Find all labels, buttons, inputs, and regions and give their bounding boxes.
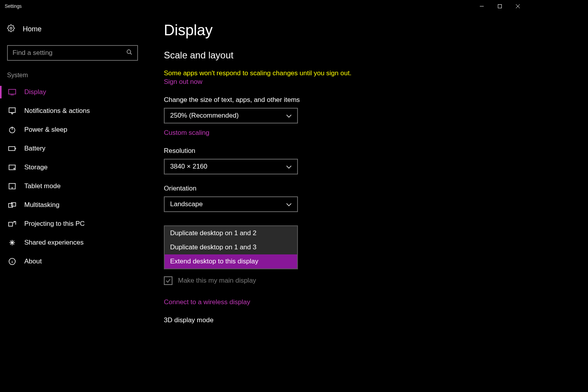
dropdown-option[interactable]: Duplicate desktop on 1 and 2 — [165, 226, 297, 240]
content-pane: Display Scale and layout Some apps won't… — [145, 13, 527, 351]
about-icon — [8, 258, 16, 265]
sidebar-item-tablet[interactable]: Tablet mode — [0, 177, 145, 196]
home-button[interactable]: Home — [0, 22, 145, 41]
section-scale-layout: Scale and layout — [164, 50, 511, 61]
custom-scaling-link[interactable]: Custom scaling — [164, 129, 209, 137]
scale-label: Change the size of text, apps, and other… — [164, 96, 511, 104]
main-display-label: Make this my main display — [178, 277, 256, 285]
search-icon — [126, 49, 132, 57]
svg-rect-18 — [9, 203, 13, 207]
display-icon — [8, 89, 16, 95]
close-button[interactable] — [509, 0, 527, 13]
sidebar-item-label: Notifications & actions — [24, 107, 90, 115]
battery-icon — [8, 146, 16, 151]
svg-point-15 — [14, 168, 15, 169]
chevron-down-icon — [286, 200, 292, 208]
svg-rect-12 — [9, 147, 15, 151]
sidebar-item-projecting[interactable]: Projecting to this PC — [0, 214, 145, 233]
scale-dropdown[interactable]: 250% (Recommended) — [164, 108, 298, 123]
orientation-value: Landscape — [170, 200, 203, 208]
svg-rect-1 — [498, 5, 502, 8]
sidebar-item-about[interactable]: About — [0, 252, 145, 271]
scale-value: 250% (Recommended) — [170, 112, 239, 120]
page-title: Display — [164, 22, 511, 39]
notifications-icon — [8, 107, 16, 114]
main-display-checkbox — [164, 276, 172, 285]
sidebar-item-label: About — [24, 258, 42, 265]
window-controls — [473, 0, 527, 13]
search-placeholder: Find a setting — [13, 49, 53, 57]
svg-rect-20 — [9, 222, 13, 226]
resolution-dropdown[interactable]: 3840 × 2160 — [164, 159, 298, 174]
storage-icon — [8, 165, 16, 170]
power-icon — [8, 126, 16, 133]
sidebar-item-multitasking[interactable]: Multitasking — [0, 196, 145, 214]
sidebar-item-label: Projecting to this PC — [24, 220, 85, 228]
wireless-display-link[interactable]: Connect to a wireless display — [164, 298, 250, 306]
sidebar-item-label: Power & sleep — [24, 126, 67, 134]
svg-point-17 — [12, 187, 13, 188]
svg-point-4 — [10, 27, 12, 29]
sidebar-item-display[interactable]: Display — [0, 83, 145, 102]
category-label: System — [0, 72, 145, 83]
scaling-warning: Some apps won't respond to scaling chang… — [164, 69, 511, 77]
svg-rect-9 — [9, 108, 15, 113]
multiple-displays-dropdown-open[interactable]: Duplicate desktop on 1 and 2 Duplicate d… — [164, 225, 298, 269]
multitasking-icon — [8, 202, 16, 208]
sidebar-item-storage[interactable]: Storage — [0, 158, 145, 177]
chevron-down-icon — [286, 112, 292, 120]
window-title: Settings — [5, 4, 22, 9]
sidebar-item-label: Multitasking — [24, 201, 60, 209]
svg-point-5 — [127, 50, 131, 53]
dropdown-option-selected[interactable]: Extend desktop to this display — [165, 254, 297, 269]
resolution-value: 3840 × 2160 — [170, 163, 207, 171]
home-label: Home — [23, 25, 42, 33]
gear-icon — [7, 24, 15, 34]
sidebar: Home Find a setting System Display Notif… — [0, 13, 145, 351]
minimize-button[interactable] — [473, 0, 491, 13]
sidebar-item-label: Tablet mode — [24, 182, 61, 190]
main-display-checkbox-row: Make this my main display — [164, 276, 511, 285]
sidebar-item-power[interactable]: Power & sleep — [0, 120, 145, 139]
svg-line-6 — [130, 53, 132, 54]
shared-icon — [8, 239, 16, 246]
sidebar-item-label: Shared experiences — [24, 239, 83, 247]
sidebar-item-label: Display — [24, 88, 46, 96]
titlebar: Settings — [0, 0, 527, 13]
orientation-dropdown[interactable]: Landscape — [164, 196, 298, 212]
orientation-label: Orientation — [164, 185, 511, 192]
dropdown-option[interactable]: Duplicate desktop on 1 and 3 — [165, 240, 297, 254]
tablet-icon — [8, 183, 16, 189]
sidebar-item-battery[interactable]: Battery — [0, 139, 145, 158]
sidebar-item-shared[interactable]: Shared experiences — [0, 233, 145, 252]
resolution-label: Resolution — [164, 147, 511, 155]
chevron-down-icon — [286, 163, 292, 171]
sign-out-link[interactable]: Sign out now — [164, 78, 202, 86]
projecting-icon — [8, 221, 16, 227]
search-input[interactable]: Find a setting — [7, 45, 138, 61]
svg-rect-7 — [9, 89, 16, 94]
sidebar-item-label: Storage — [24, 163, 48, 171]
three-d-mode-label: 3D display mode — [164, 316, 511, 324]
sidebar-item-label: Battery — [24, 145, 45, 152]
maximize-button[interactable] — [491, 0, 509, 13]
sidebar-item-notifications[interactable]: Notifications & actions — [0, 102, 145, 120]
